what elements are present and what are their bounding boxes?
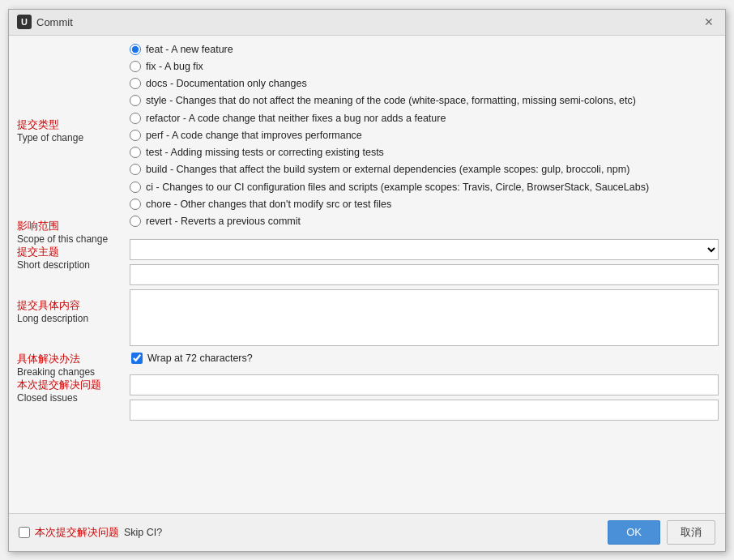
title-bar-left: U Commit — [17, 15, 73, 29]
radio-item-perf: perf - A code change that improves perfo… — [130, 128, 719, 143]
radio-style-label: style - Changes that do not affect the m… — [146, 94, 636, 107]
radio-refactor-label: refactor - A code change that neither fi… — [146, 112, 446, 125]
type-label-en: Type of change — [17, 132, 126, 143]
radio-item-feat: feat - A new feature — [130, 42, 719, 57]
short-desc-field-row — [130, 264, 719, 285]
breaking-label-en: Breaking changes — [17, 366, 126, 378]
type-label-cn: 提交类型 — [17, 118, 126, 132]
scope-select[interactable] — [130, 239, 719, 260]
radio-feat-label: feat - A new feature — [146, 43, 233, 56]
radio-item-docs: docs - Documentation only changes — [130, 76, 719, 91]
wrap-checkbox-label: Wrap at 72 characters? — [147, 353, 253, 364]
radio-ci-label: ci - Changes to our CI configuration fil… — [146, 181, 649, 194]
long-desc-field-row — [130, 289, 719, 348]
radio-feat[interactable] — [130, 44, 141, 55]
radio-chore-label: chore - Other changes that don't modify … — [146, 198, 391, 211]
radio-revert[interactable] — [130, 216, 141, 227]
radio-item-style: style - Changes that do not affect the m… — [130, 93, 719, 108]
radio-test-label: test - Adding missing tests or correctin… — [146, 146, 384, 159]
radio-item-ci: ci - Changes to our CI configuration fil… — [130, 180, 719, 195]
radio-chore[interactable] — [130, 199, 141, 210]
ok-button[interactable]: OK — [608, 520, 660, 545]
type-radio-group: feat - A new feature fix - A bug fix doc… — [130, 42, 719, 229]
skip-ci-checkbox[interactable] — [19, 527, 30, 538]
radio-docs-label: docs - Documentation only changes — [146, 77, 307, 90]
short-desc-label-block: 提交主题 Short description — [9, 245, 126, 271]
button-group: OK 取消 — [608, 520, 715, 545]
long-desc-textarea[interactable] — [130, 289, 719, 346]
closed-label-cn: 本次提交解决问题 — [17, 378, 126, 392]
breaking-input[interactable] — [130, 374, 719, 395]
type-label-block: 提交类型 Type of change — [9, 42, 126, 219]
scope-field-row — [130, 239, 719, 260]
breaking-field-row — [130, 374, 719, 395]
radio-item-build: build - Changes that affect the build sy… — [130, 162, 719, 177]
radio-item-refactor: refactor - A code change that neither fi… — [130, 111, 719, 126]
right-content-column: feat - A new feature fix - A bug fix doc… — [126, 36, 725, 513]
close-button[interactable]: ✕ — [701, 14, 717, 30]
radio-fix[interactable] — [130, 61, 141, 72]
dialog-title: Commit — [36, 16, 73, 28]
skip-ci-label-en: Skip CI? — [124, 527, 162, 538]
wrap-checkbox[interactable] — [131, 353, 143, 364]
radio-fix-label: fix - A bug fix — [146, 60, 203, 73]
long-desc-label-cn: 提交具体内容 — [17, 298, 126, 313]
scope-label-cn: 影响范围 — [17, 219, 126, 233]
radio-perf[interactable] — [130, 130, 141, 141]
closed-label-block: 本次提交解决问题 Closed issues — [9, 378, 126, 404]
radio-style[interactable] — [130, 95, 141, 106]
radio-test[interactable] — [130, 147, 141, 158]
radio-item-test: test - Adding missing tests or correctin… — [130, 145, 719, 160]
radio-perf-label: perf - A code change that improves perfo… — [146, 129, 362, 142]
scope-label-block: 影响范围 Scope of this change — [9, 219, 126, 245]
scope-label-en: Scope of this change — [17, 233, 126, 245]
left-labels-column: 提交类型 Type of change 影响范围 Scope of this c… — [9, 36, 126, 513]
closed-label-en: Closed issues — [17, 392, 126, 404]
breaking-label-cn: 具体解决办法 — [17, 352, 126, 366]
long-desc-label-en: Long description — [17, 313, 126, 324]
radio-item-revert: revert - Reverts a previous commit — [130, 214, 719, 229]
radio-item-fix: fix - A bug fix — [130, 59, 719, 74]
dialog-body: 提交类型 Type of change 影响范围 Scope of this c… — [9, 36, 725, 513]
short-desc-label-cn: 提交主题 — [17, 245, 126, 259]
skip-ci-label-cn: 本次提交解决问题 — [35, 525, 119, 540]
radio-revert-label: revert - Reverts a previous commit — [146, 215, 301, 228]
radio-build[interactable] — [130, 164, 141, 175]
bottom-bar: 本次提交解决问题 Skip CI? OK 取消 — [9, 513, 725, 551]
title-bar: U Commit ✕ — [9, 10, 725, 36]
short-desc-input[interactable] — [130, 264, 719, 285]
app-icon: U — [17, 15, 32, 29]
radio-build-label: build - Changes that affect the build sy… — [146, 163, 629, 176]
radio-refactor[interactable] — [130, 113, 141, 124]
radio-item-chore: chore - Other changes that don't modify … — [130, 197, 719, 212]
long-desc-label-block: 提交具体内容 Long description — [9, 271, 126, 352]
commit-dialog: U Commit ✕ 提交类型 Type of change 影响范围 Scop… — [8, 9, 726, 552]
closed-input[interactable] — [130, 400, 719, 421]
radio-ci[interactable] — [130, 182, 141, 193]
skip-ci-row: 本次提交解决问题 Skip CI? — [19, 525, 162, 540]
radio-docs[interactable] — [130, 78, 141, 89]
wrap-checkbox-row: Wrap at 72 characters? — [130, 353, 719, 364]
short-desc-label-en: Short description — [17, 259, 126, 271]
closed-field-row — [130, 400, 719, 421]
cancel-button[interactable]: 取消 — [667, 520, 715, 545]
breaking-label-block: 具体解决办法 Breaking changes — [9, 352, 126, 378]
